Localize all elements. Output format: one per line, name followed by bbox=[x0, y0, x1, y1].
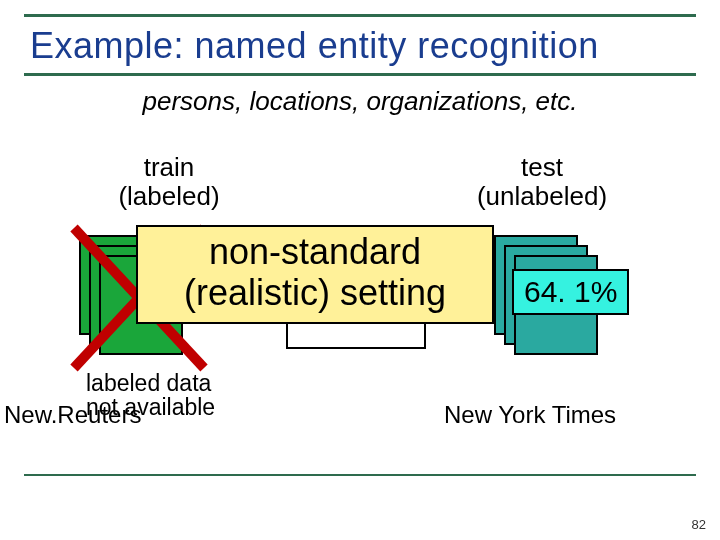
accuracy-badge: 64. 1% bbox=[512, 269, 629, 315]
left-source-prefix: New. bbox=[4, 401, 57, 428]
labeled-data-line1: labeled data bbox=[86, 370, 211, 396]
callout-line1: non-standard bbox=[209, 231, 421, 272]
callout-line2: (realistic) setting bbox=[184, 272, 446, 313]
slide: Example: named entity recognition person… bbox=[24, 14, 696, 494]
left-source-name: Reuters bbox=[57, 401, 141, 428]
train-label: train (labeled) bbox=[84, 153, 254, 210]
bottom-divider bbox=[24, 474, 696, 476]
test-label: test (unlabeled) bbox=[442, 153, 642, 210]
slide-subtitle: persons, locations, organizations, etc. bbox=[24, 86, 696, 117]
page-number: 82 bbox=[692, 517, 706, 532]
slide-title: Example: named entity recognition bbox=[30, 25, 690, 67]
train-label-line1: train bbox=[144, 152, 195, 182]
train-label-line2: (labeled) bbox=[118, 181, 219, 211]
callout-box: non-standard (realistic) setting bbox=[136, 225, 494, 324]
test-label-line2: (unlabeled) bbox=[477, 181, 607, 211]
left-source-label: New.Reuters bbox=[4, 401, 141, 429]
right-source-label: New York Times bbox=[444, 401, 616, 429]
test-label-line1: test bbox=[521, 152, 563, 182]
diagram-area: train (labeled) test (unlabeled) non-sta… bbox=[24, 153, 696, 443]
title-container: Example: named entity recognition bbox=[24, 14, 696, 76]
